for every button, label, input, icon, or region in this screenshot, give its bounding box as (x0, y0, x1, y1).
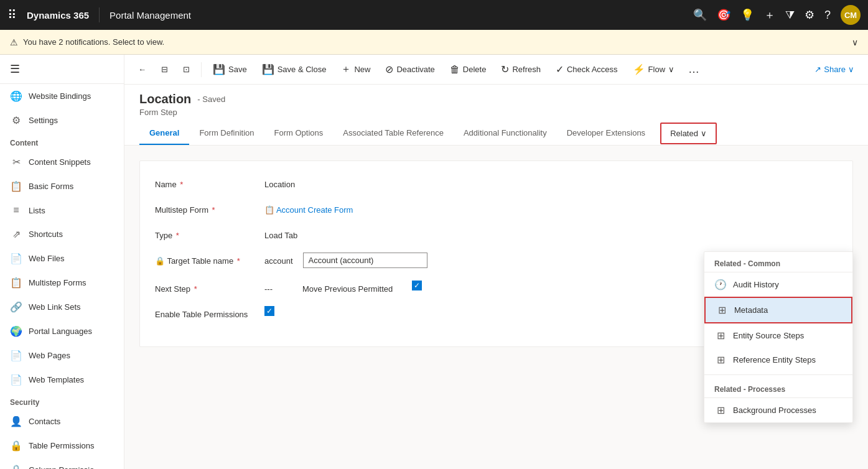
lightbulb-icon[interactable]: 💡 (740, 8, 754, 22)
new-tab-button[interactable]: ⊡ (177, 61, 196, 78)
sidebar-item-website-bindings[interactable]: 🌐 Website Bindings (0, 84, 124, 108)
toolbar: ← ⊟ ⊡ 💾 Save 💾 Save & Close ＋ New ⊘ (124, 55, 868, 85)
save-close-button[interactable]: 💾 Save & Close (256, 60, 333, 79)
sidebar-label-web-pages: Web Pages (29, 351, 70, 360)
website-bindings-icon: 🌐 (10, 90, 22, 102)
check-access-button[interactable]: ✓ Check Access (549, 60, 624, 79)
dropdown-item-metadata[interactable]: ⊞ Metadata (704, 297, 852, 323)
sidebar-label-shortcuts: Shortcuts (29, 230, 63, 239)
avatar[interactable]: CM (841, 5, 861, 25)
add-icon[interactable]: ＋ (764, 7, 775, 22)
help-icon[interactable]: ? (824, 9, 831, 22)
dropdown-section-processes: Related - Processes (704, 378, 852, 398)
background-processes-label: Background Processes (733, 406, 816, 415)
main-layout: ☰ 🌐 Website Bindings ⚙ Settings Content … (0, 55, 868, 469)
record-name: Location (139, 92, 191, 106)
tab-form-options[interactable]: Form Options (264, 122, 334, 145)
record-title: Location - Saved (139, 92, 853, 106)
field-name-label: Name * (155, 176, 254, 189)
portal-languages-icon: 🌍 (10, 325, 22, 337)
background-processes-icon: ⊞ (714, 404, 727, 416)
back-icon: ← (138, 65, 146, 74)
share-button[interactable]: ↗ Share ∨ (808, 61, 861, 78)
save-icon: 💾 (213, 63, 225, 75)
sidebar-item-shortcuts[interactable]: ⇗ Shortcuts (0, 222, 124, 246)
tab-general[interactable]: General (139, 122, 189, 145)
sidebar-item-contacts[interactable]: 👤 Contacts (0, 409, 124, 434)
related-dropdown: Related - Common 🕐 Audit History ⊞ Metad… (704, 251, 853, 423)
dropdown-item-entity-source-steps[interactable]: ⊞ Entity Source Steps (704, 323, 852, 348)
warning-icon: ⚠ (10, 37, 18, 47)
deactivate-label: Deactivate (396, 65, 434, 74)
sidebar-label-web-link-sets: Web Link Sets (29, 302, 81, 312)
field-multistep-label: Multistep Form * (155, 202, 254, 215)
brand-label: Dynamics 365 (27, 10, 89, 21)
refresh-button[interactable]: ↻ Refresh (495, 60, 547, 79)
filter-icon[interactable]: ⧩ (785, 9, 795, 22)
tab-developer-extensions[interactable]: Developer Extensions (557, 122, 655, 145)
search-icon[interactable]: 🔍 (693, 8, 707, 22)
sidebar-item-content-snippets[interactable]: ✂ Content Snippets (0, 150, 124, 174)
deactivate-button[interactable]: ⊘ Deactivate (379, 60, 441, 79)
save-button[interactable]: 💾 Save (207, 60, 253, 79)
notification-chevron[interactable]: ∨ (852, 37, 858, 47)
view-button[interactable]: ⊟ (155, 61, 174, 78)
sidebar-item-web-files[interactable]: 📄 Web Files (0, 246, 124, 271)
share-icon: ↗ (814, 65, 821, 74)
tab-related[interactable]: Related ∨ (660, 123, 717, 144)
apps-icon[interactable]: ⠿ (7, 7, 17, 22)
sidebar-label-column-permissions: Column Permissio... (29, 465, 101, 469)
new-button[interactable]: ＋ New (335, 59, 376, 80)
settings-sidebar-icon: ⚙ (10, 114, 22, 126)
back-button[interactable]: ← (132, 61, 152, 78)
dropdown-item-audit-history[interactable]: 🕐 Audit History (704, 272, 852, 297)
flow-button[interactable]: ⚡ Flow ∨ (627, 60, 681, 79)
sidebar-item-web-templates[interactable]: 📄 Web Templates (0, 368, 124, 392)
enable-table-checkbox[interactable]: ✓ (264, 306, 274, 316)
move-previous-checkbox[interactable]: ✓ (412, 281, 422, 290)
sidebar-item-web-link-sets[interactable]: 🔗 Web Link Sets (0, 295, 124, 319)
entity-source-steps-icon: ⊞ (714, 330, 727, 341)
audit-history-icon: 🕐 (714, 279, 727, 290)
tab-form-definition[interactable]: Form Definition (189, 122, 264, 145)
lists-icon: ≡ (10, 205, 22, 216)
tab-associated-table-reference[interactable]: Associated Table Reference (333, 122, 454, 145)
topbar-icons: 🔍 🎯 💡 ＋ ⧩ ⚙ ? CM (693, 5, 861, 25)
sidebar-item-web-pages[interactable]: 📄 Web Pages (0, 343, 124, 368)
field-name-value: Location (264, 176, 295, 189)
deactivate-icon: ⊘ (385, 63, 393, 75)
sidebar-section-content: Content (0, 132, 124, 150)
sidebar-label-contacts: Contacts (29, 417, 60, 426)
field-enable-table-label: Enable Table Permissions (155, 306, 254, 319)
target-table-input[interactable] (303, 253, 427, 268)
multistep-form-link[interactable]: Account Create Form (276, 205, 353, 215)
save-label: Save (228, 65, 247, 74)
flow-icon: ⚡ (633, 63, 645, 75)
new-icon: ＋ (341, 63, 351, 76)
sidebar-item-portal-languages[interactable]: 🌍 Portal Languages (0, 319, 124, 343)
notification-text[interactable]: You have 2 notifications. Select to view… (23, 37, 164, 47)
sidebar-toggle[interactable]: ☰ (0, 55, 124, 84)
settings-icon[interactable]: ⚙ (805, 8, 814, 22)
delete-button[interactable]: 🗑 Delete (444, 60, 493, 79)
field-next-step-label: Next Step * (155, 281, 254, 294)
sidebar-item-table-permissions[interactable]: 🔒 Table Permissions (0, 434, 124, 458)
sidebar-item-multistep-forms[interactable]: 📋 Multistep Forms (0, 271, 124, 295)
field-name-row: Name * Location (155, 176, 838, 189)
sidebar-item-lists[interactable]: ≡ Lists (0, 198, 124, 222)
view-icon: ⊟ (161, 65, 168, 74)
sidebar-item-basic-forms[interactable]: 📋 Basic Forms (0, 174, 124, 198)
sidebar-item-settings[interactable]: ⚙ Settings (0, 108, 124, 132)
target-icon[interactable]: 🎯 (717, 8, 730, 22)
topbar-divider (99, 7, 100, 22)
sidebar-item-column-permissions[interactable]: 🔒 Column Permissio... (0, 458, 124, 469)
sidebar-label-content-snippets: Content Snippets (29, 157, 91, 167)
check-access-label: Check Access (567, 65, 618, 74)
more-button[interactable]: … (683, 59, 704, 80)
notification-bar: ⚠ You have 2 notifications. Select to vi… (0, 30, 868, 55)
dropdown-item-reference-entity-steps[interactable]: ⊞ Reference Entity Steps (704, 348, 852, 372)
dropdown-item-background-processes[interactable]: ⊞ Background Processes (704, 398, 852, 422)
record-type: Form Step (139, 108, 853, 117)
field-move-previous-label: Move Previous Permitted (302, 281, 402, 294)
tab-additional-functionality[interactable]: Additional Functionality (454, 122, 557, 145)
